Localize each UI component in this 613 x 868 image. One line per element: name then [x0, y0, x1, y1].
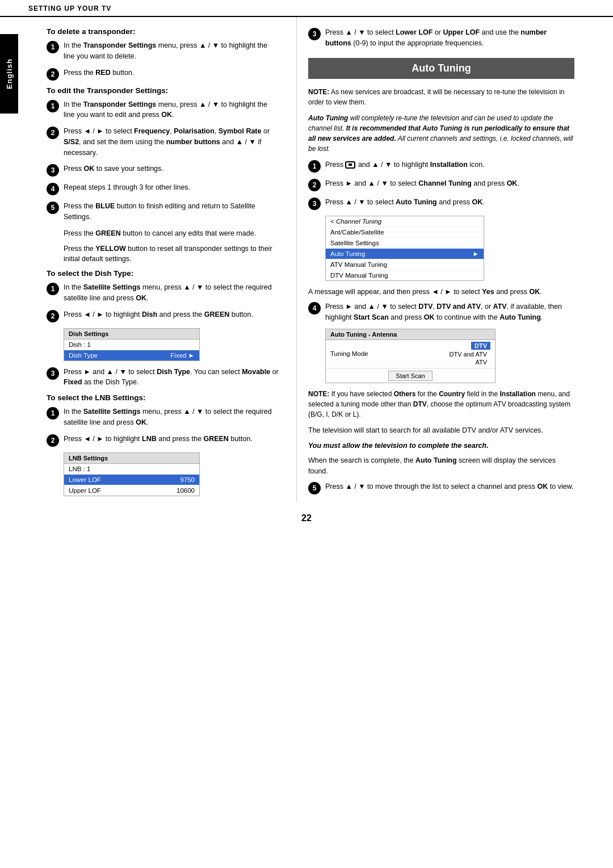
- step-num-e1: 1: [47, 100, 59, 112]
- step-text-at1: Press and ▲ / ▼ to highlight Installatio…: [325, 160, 485, 170]
- step-delete-2: 2 Press the RED button.: [47, 68, 279, 81]
- step-text-e3: Press OK to save your settings.: [64, 163, 163, 174]
- step-text-l1: In the Satellite Settings menu, press ▲ …: [64, 406, 279, 428]
- ct-row-3: Satellite Settings: [326, 238, 484, 249]
- left-column: To delete a transponder: 1 In the Transp…: [47, 17, 296, 502]
- step-num-at5: 5: [308, 482, 321, 494]
- step-text-d3: Press ► and ▲ / ▼ to select Dish Type. Y…: [64, 367, 279, 388]
- at-header: Auto Tuning - Antenna: [326, 329, 495, 340]
- step-text-e4: Repeat steps 1 through 3 for other lines…: [64, 182, 190, 193]
- dish-table-header: Dish Settings: [64, 329, 199, 339]
- search-para2: When the search is complete, the Auto Tu…: [308, 455, 574, 477]
- ct-row-6: DTV Manual Tuning: [326, 270, 484, 280]
- ct-label-6: DTV Manual Tuning: [330, 272, 388, 279]
- ct-row-1: < Channel Tuning: [326, 216, 484, 227]
- header-title: SETTING UP YOUR TV: [28, 5, 111, 12]
- ct-row-5: ATV Manual Tuning: [326, 259, 484, 270]
- at-scan-row: Start Scan: [326, 368, 495, 383]
- step-text-e2: Press ◄ / ► to select Frequency, Polaris…: [64, 126, 279, 158]
- note2-block: NOTE: If you have selected Others for th…: [308, 389, 574, 420]
- step-dish-1: 1 In the Satellite Settings menu, press …: [47, 282, 279, 304]
- at-row-1: Tuning Mode DTV DTV and ATV ATV: [326, 340, 495, 368]
- step-edit-1: 1 In the Transponder Settings menu, pres…: [47, 99, 279, 121]
- step-text-e5: Press the BLUE button to finish editing …: [64, 201, 279, 223]
- tuning-mode-label: Tuning Mode: [330, 350, 368, 357]
- english-tab: English: [0, 34, 18, 114]
- auto-tuning-italic-block: Auto Tuning will completely re-tune the …: [308, 113, 574, 154]
- step-num-e5: 5: [47, 202, 59, 214]
- lnb-label-1: LNB : 1: [69, 466, 90, 472]
- ct-arrow-4: ►: [473, 250, 479, 257]
- step-text-l2: Press ◄ / ► to highlight LNB and press t…: [64, 434, 253, 445]
- step-at-2: 2 Press ► and ▲ / ▼ to select Channel Tu…: [308, 178, 574, 191]
- step-at-1: 1 Press and ▲ / ▼ to highlight Installat…: [308, 160, 574, 173]
- lnb-value-2: 9750: [180, 476, 195, 483]
- ct-label-4: Auto Tuning: [330, 250, 365, 257]
- main-content: To delete a transponder: 1 In the Transp…: [18, 17, 613, 502]
- step-num-d1: 1: [47, 283, 59, 295]
- lnb-value-3: 10600: [177, 487, 195, 494]
- tuning-mode-options: DTV DTV and ATV ATV: [446, 342, 490, 366]
- step-edit-4: 4 Repeat steps 1 through 3 for other lin…: [47, 182, 279, 195]
- step-at-4: 4 Press ► and ▲ / ▼ to select DTV, DTV a…: [308, 301, 574, 323]
- step-edit-5: 5 Press the BLUE button to finish editin…: [47, 201, 279, 223]
- delete-transponder-section: To delete a transponder: 1 In the Transp…: [47, 27, 279, 81]
- ct-row-4: Auto Tuning ►: [326, 249, 484, 259]
- step-lnb-1: 1 In the Satellite Settings menu, press …: [47, 406, 279, 428]
- antenna-table: Auto Tuning - Antenna Tuning Mode DTV DT…: [325, 329, 496, 383]
- step-num-l2: 2: [47, 434, 59, 447]
- step-text-e1: In the Transponder Settings menu, press …: [64, 99, 279, 121]
- lnb-settings-heading: To select the LNB Settings:: [47, 393, 279, 402]
- step-text-2: Press the RED button.: [64, 68, 134, 78]
- step-text-d2: Press ◄ / ► to highlight Dish and press …: [64, 309, 253, 320]
- channel-tuning-table: < Channel Tuning Ant/Cable/Satellite Sat…: [325, 216, 484, 281]
- edit-green-note: Press the GREEN button to cancel any edi…: [64, 228, 279, 239]
- step-edit-3: 3 Press OK to save your settings.: [47, 163, 279, 177]
- start-scan-btn[interactable]: Start Scan: [388, 371, 432, 381]
- step-num-at4: 4: [308, 302, 321, 315]
- step-text-d1: In the Satellite Settings menu, press ▲ …: [64, 282, 279, 304]
- ct-label-5: ATV Manual Tuning: [330, 261, 387, 268]
- after-table-text: A message will appear, and then press ◄ …: [308, 287, 574, 297]
- ct-row-2: Ant/Cable/Satellite: [326, 227, 484, 238]
- step-num-e4: 4: [47, 183, 59, 195]
- edit-transponder-section: To edit the Transponder Settings: 1 In t…: [47, 86, 279, 265]
- step-num-d2: 2: [47, 310, 59, 322]
- lnb-row-2: Lower LOF 9750: [64, 475, 199, 485]
- right-column: 3 Press ▲ / ▼ to select Lower LOF or Upp…: [296, 17, 574, 502]
- step-delete-1: 1 In the Transponder Settings menu, pres…: [47, 40, 279, 62]
- search-para1: The television will start to search for …: [308, 425, 574, 436]
- lnb-label-3: Upper LOF: [69, 487, 101, 494]
- step-num-e3: 3: [47, 164, 59, 177]
- dish-value-2: Fixed ►: [170, 352, 195, 359]
- step-num-2: 2: [47, 68, 59, 81]
- dish-row-2: Dish Type Fixed ►: [64, 350, 199, 360]
- step-edit-2: 2 Press ◄ / ► to select Frequency, Polar…: [47, 126, 279, 158]
- step-num-lof3: 3: [308, 28, 321, 40]
- dtv-box: DTV: [471, 342, 490, 350]
- dish-settings-table: Dish Settings Dish : 1 Dish Type Fixed ►: [64, 328, 200, 361]
- dtv-label-plain: DTV and ATV: [446, 350, 490, 358]
- lnb-settings-section: To select the LNB Settings: 1 In the Sat…: [47, 393, 279, 496]
- step-text-at3: Press ▲ / ▼ to select Auto Tuning and pr…: [325, 197, 485, 208]
- step-num-1: 1: [47, 41, 59, 53]
- step-text-1: In the Transponder Settings menu, press …: [64, 40, 279, 62]
- page-wrapper: English SETTING UP YOUR TV To delete a t…: [0, 0, 613, 868]
- dish-label-1: Dish : 1: [69, 341, 91, 348]
- auto-tuning-note: NOTE: As new services are broadcast, it …: [308, 87, 574, 107]
- lnb-table-header: LNB Settings: [64, 453, 199, 464]
- step-num-d3: 3: [47, 367, 59, 380]
- dish-type-heading: To select the Dish Type:: [47, 269, 279, 278]
- edit-transponder-heading: To edit the Transponder Settings:: [47, 86, 279, 95]
- step-dish-2: 2 Press ◄ / ► to highlight Dish and pres…: [47, 309, 279, 322]
- step-at-5: 5 Press ▲ / ▼ to move through the list t…: [308, 481, 574, 494]
- dish-row-1: Dish : 1: [64, 339, 199, 350]
- page-header: SETTING UP YOUR TV: [0, 0, 613, 17]
- atv-label: ATV: [472, 358, 490, 366]
- lnb-row-3: Upper LOF 10600: [64, 485, 199, 496]
- dish-type-section: To select the Dish Type: 1 In the Satell…: [47, 269, 279, 388]
- step-lof-3: 3 Press ▲ / ▼ to select Lower LOF or Upp…: [308, 27, 574, 49]
- italic-bold-para: You must allow the television to complet…: [308, 441, 574, 451]
- delete-transponder-heading: To delete a transponder:: [47, 27, 279, 36]
- lnb-label-2: Lower LOF: [69, 476, 101, 483]
